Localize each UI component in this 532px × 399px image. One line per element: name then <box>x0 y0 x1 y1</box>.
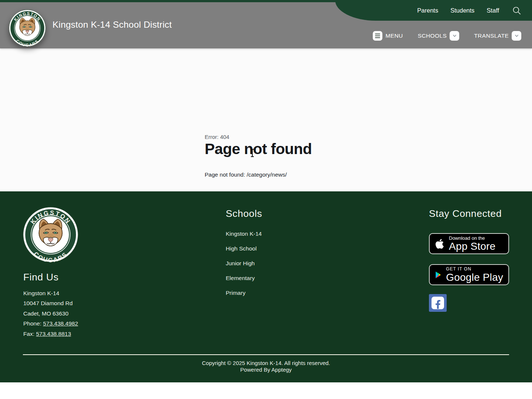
hamburger-icon <box>373 31 382 41</box>
google-play-tagline: GET IT ON <box>446 266 503 272</box>
school-link-junior-high[interactable]: Junior High <box>226 260 255 267</box>
top-nav: Parents Students Staff <box>417 0 532 21</box>
school-link-elementary[interactable]: Elementary <box>226 275 255 282</box>
copyright: Copyright © 2025 Kingston K-14. All righ… <box>0 360 532 373</box>
phone-link[interactable]: 573.438.4982 <box>43 320 78 327</box>
translate-dropdown[interactable]: TRANSLATE <box>474 31 521 41</box>
fax-link[interactable]: 573.438.8813 <box>36 331 71 337</box>
fax-line: Fax: 573.438.8813 <box>23 329 78 339</box>
site-footer: KINGSTON COUGARS <box>0 191 532 382</box>
menu-label: MENU <box>385 33 403 39</box>
address-line: Cadet, MO 63630 <box>23 308 78 318</box>
schools-heading: Schools <box>226 208 262 219</box>
find-us-heading: Find Us <box>23 272 59 283</box>
address-line: 10047 Diamond Rd <box>23 298 78 308</box>
stay-connected-column: Stay Connected Download on the App Store <box>429 208 509 312</box>
search-icon <box>512 6 522 16</box>
chevron-down-icon <box>450 31 459 41</box>
school-link-kingston-k14[interactable]: Kingston K-14 <box>226 231 262 237</box>
phone-line: Phone: 573.438.4982 <box>23 318 78 328</box>
google-play-icon <box>435 269 441 280</box>
fax-label: Fax: <box>23 331 36 337</box>
facebook-link[interactable] <box>429 294 447 312</box>
nav-parents[interactable]: Parents <box>417 7 438 14</box>
district-logo[interactable]: KINGSTON COUGARS <box>9 10 46 47</box>
schools-dropdown[interactable]: SCHOOLS <box>418 31 460 41</box>
stay-connected-heading: Stay Connected <box>429 208 509 219</box>
cougar-mascot-logo: KINGSTON COUGARS <box>23 207 78 262</box>
page-title: Kingston K-14 School District <box>52 20 172 30</box>
app-store-name: App Store <box>449 241 495 252</box>
address-line: Kingston K-14 <box>23 288 78 298</box>
main-content: Error: 404 Page not found Page not found… <box>0 48 532 191</box>
cougar-mascot-logo: KINGSTON COUGARS <box>9 10 46 47</box>
footer-schools-column: Schools Kingston K-14 High School Junior… <box>226 208 262 304</box>
page: KINGSTON COUGARS <box>0 0 532 399</box>
footer-divider <box>23 354 509 355</box>
school-link-high-school[interactable]: High School <box>226 245 257 252</box>
powered-by-line: Powered By Apptegy <box>0 366 532 373</box>
app-store-badge[interactable]: Download on the App Store <box>429 233 509 254</box>
site-header: KINGSTON COUGARS <box>0 0 532 48</box>
apple-icon <box>435 238 444 249</box>
copyright-line: Copyright © 2025 Kingston K-14. All righ… <box>0 360 532 366</box>
app-store-tagline: Download on the <box>449 235 495 241</box>
school-link-primary[interactable]: Primary <box>226 290 245 296</box>
nav-staff[interactable]: Staff <box>487 7 499 14</box>
nav-students[interactable]: Students <box>450 7 474 14</box>
address-block: Kingston K-14 10047 Diamond Rd Cadet, MO… <box>23 288 78 339</box>
menu-button[interactable]: MENU <box>373 31 403 41</box>
i-beam-cursor <box>252 149 253 157</box>
translate-label: TRANSLATE <box>474 33 509 39</box>
phone-label: Phone: <box>23 320 43 327</box>
chevron-down-icon <box>512 31 521 41</box>
facebook-icon <box>432 297 444 309</box>
schools-label: SCHOOLS <box>418 33 447 39</box>
bottom-whitespace <box>0 382 532 399</box>
google-play-name: Google Play <box>446 272 503 283</box>
error-message: Page not found: /category/news/ <box>205 171 287 178</box>
school-links: Kingston K-14 High School Junior High El… <box>226 231 262 296</box>
google-play-badge[interactable]: GET IT ON Google Play <box>429 264 509 285</box>
search-button[interactable] <box>511 5 522 16</box>
header-toolbar: MENU SCHOOLS TRANSLATE <box>373 31 521 41</box>
footer-district-logo[interactable]: KINGSTON COUGARS <box>23 207 78 262</box>
error-title: Page not found <box>205 140 312 158</box>
error-code-label: Error: 404 <box>205 134 229 140</box>
